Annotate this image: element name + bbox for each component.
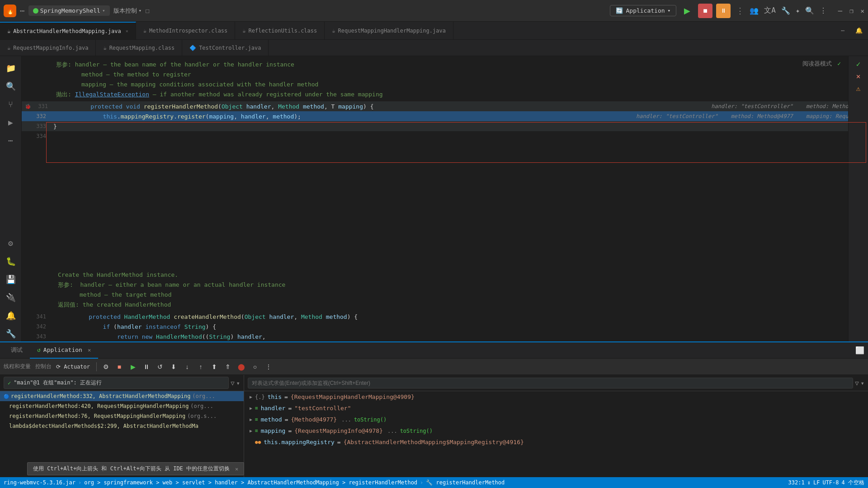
- notification-bell[interactable]: 🔔: [850, 22, 868, 39]
- debug-breakpoint-btn[interactable]: ⬤: [235, 360, 248, 373]
- expand-icon-registry[interactable]: ▶: [250, 440, 252, 445]
- var-mappingregistry[interactable]: ▶ ●● this.mappingRegistry = {AbstractHan…: [244, 436, 868, 448]
- stack-item-2[interactable]: registerHandlerMethod:76, RequestMapping…: [0, 411, 244, 421]
- var-val-registry: {AbstractHandlerMethodMapping$MappingReg…: [344, 439, 524, 445]
- version-control-btn[interactable]: 版本控制 ▾: [113, 7, 142, 15]
- tab-test-controller[interactable]: 🔷 TestController.java: [182, 40, 269, 56]
- java-icon: ☕: [7, 28, 10, 34]
- var-handler[interactable]: ▶ ≡ handler = "testController": [244, 403, 868, 414]
- status-sep-2: ›: [420, 479, 423, 486]
- reader-mode-badge[interactable]: 阅读器模式 ✓: [802, 60, 841, 68]
- var-tostring-mapping[interactable]: toString(): [400, 428, 433, 434]
- debug-tab-close[interactable]: ✕: [88, 347, 91, 353]
- expression-input[interactable]: [248, 378, 853, 389]
- var-tostring-method[interactable]: toString(): [354, 417, 387, 423]
- debug-runto-btn[interactable]: ⬆: [208, 360, 221, 373]
- debug-stepover-btn[interactable]: ⬇: [167, 360, 180, 373]
- panel-expand-icon[interactable]: ⬜: [855, 346, 864, 355]
- stack-item-0[interactable]: 🔵 registerHandlerMethod:332, AbstractHan…: [0, 391, 244, 401]
- sidebar-dots-icon[interactable]: ⋯: [3, 132, 19, 148]
- actuator-label[interactable]: ⟳ Actuator: [56, 364, 90, 370]
- people-icon[interactable]: 👥: [750, 6, 759, 15]
- code-line-343[interactable]: 343 return new HandlerMethod((String) ha…: [31, 332, 868, 341]
- sidebar-database-icon[interactable]: 💾: [3, 271, 19, 287]
- stack-item-1[interactable]: registerHandlerMethod:420, RequestMappin…: [0, 401, 244, 411]
- var-mapping[interactable]: ▶ ≡ mapping = {RequestMappingInfo@4978} …: [244, 425, 868, 436]
- code-line-334[interactable]: 334: [22, 131, 868, 141]
- stack-filter-icon[interactable]: ▽: [231, 379, 234, 387]
- refresh-icon: ↺: [37, 346, 41, 353]
- kotlin-icon: 🔷: [189, 45, 196, 51]
- tab-bar-1: ☕ AbstractHandlerMethodMapping.java ✕ ☕ …: [0, 22, 868, 40]
- debug-resume-btn[interactable]: ▶: [127, 360, 139, 373]
- minimize-btn[interactable]: —: [838, 6, 842, 15]
- wrench-icon[interactable]: 🔧: [781, 6, 790, 15]
- tab-reflection-utils[interactable]: ☕ ReflectionUtils.class: [235, 22, 325, 39]
- debug-more-btn[interactable]: ⋮: [262, 360, 275, 373]
- sidebar-plugin-icon[interactable]: 🔌: [3, 289, 19, 305]
- expand-icon-this[interactable]: ▶: [250, 394, 252, 399]
- sidebar-search-icon[interactable]: 🔍: [3, 78, 19, 94]
- sidebar-vcs-icon[interactable]: ⑂: [3, 96, 19, 112]
- status-encoding[interactable]: UTF-8: [822, 479, 839, 486]
- status-spaces[interactable]: 4 个空格: [842, 479, 864, 487]
- window-layout-btn[interactable]: ☐: [145, 6, 150, 15]
- expand-icon-mapping[interactable]: ▶: [250, 428, 252, 433]
- vars-filter-btn[interactable]: ▽: [855, 379, 859, 387]
- var-this[interactable]: ▶ {.} this = {RequestMappingHandlerMappi…: [244, 391, 868, 403]
- more-actions-btn[interactable]: ⋮: [736, 6, 744, 15]
- tab-overflow-btn[interactable]: ⋯: [835, 22, 850, 39]
- tab-request-mapping-handler[interactable]: ☕ RequestMappingHandlerMapping.java: [325, 22, 453, 39]
- stack-expand-icon[interactable]: ▾: [236, 379, 240, 387]
- var-method[interactable]: ▶ ≡ method = {Method@4977} ... toString(…: [244, 414, 868, 425]
- var-val-this: {RequestMappingHandlerMapping@4909}: [291, 393, 415, 400]
- tab-request-mapping-class[interactable]: ☕ RequestMapping.class: [96, 40, 182, 56]
- status-lf[interactable]: LF: [813, 479, 820, 486]
- run-configuration-btn[interactable]: 🔄 Application ▾: [610, 5, 676, 16]
- stack-org-1: (org...: [190, 403, 213, 409]
- sidebar-bug-icon[interactable]: 🐛: [3, 253, 19, 269]
- debug-tab-application[interactable]: ↺ Application ✕: [30, 342, 98, 359]
- tab-abstract-handler[interactable]: ☕ AbstractHandlerMethodMapping.java ✕: [0, 22, 136, 39]
- status-position[interactable]: 332:1: [788, 479, 805, 486]
- debug-tab-main[interactable]: 调试: [4, 342, 30, 359]
- sidebar-run-icon[interactable]: ▶: [3, 114, 19, 130]
- debug-stepout-btn[interactable]: ↑: [194, 360, 207, 373]
- debug-forcestep-btn[interactable]: ⇑: [222, 360, 234, 373]
- code-line-332[interactable]: 332 this.mappingRegistry.register(mappin…: [22, 111, 868, 121]
- thread-label: 线程和变量: [4, 363, 31, 370]
- sidebar-alarm-icon[interactable]: 🔔: [3, 307, 19, 323]
- debug-settings-btn[interactable]: ⚙: [99, 360, 112, 373]
- translate-icon[interactable]: 文A: [764, 6, 776, 15]
- sidebar-left: 📁 🔍 ⑂ ▶ ⋯ ⚙ 🐛 💾 🔌 🔔 🔧: [0, 56, 22, 341]
- hamburger-icon[interactable]: ⋮: [820, 6, 827, 15]
- search-icon[interactable]: 🔍: [805, 6, 814, 15]
- tab-close-icon[interactable]: ✕: [126, 28, 128, 33]
- menu-dots[interactable]: ⋯: [20, 6, 25, 15]
- stack-item-3[interactable]: lambda$detectHandlerMethods$2:299, Abstr…: [0, 421, 244, 431]
- expand-icon-method[interactable]: ▶: [250, 417, 252, 422]
- console-label[interactable]: 控制台: [35, 363, 52, 370]
- stop-button[interactable]: ■: [698, 4, 712, 18]
- close-btn[interactable]: ✕: [861, 7, 864, 14]
- tab-request-mapping-info[interactable]: ☕ RequestMappingInfo.java: [0, 40, 96, 56]
- maximize-btn[interactable]: ❐: [849, 7, 853, 14]
- gutter-warning: ⚠: [856, 84, 861, 93]
- debug-reset-btn[interactable]: ↺: [154, 360, 166, 373]
- debug-mute-btn[interactable]: ○: [249, 360, 261, 373]
- expand-icon-handler[interactable]: ▶: [250, 406, 252, 411]
- sidebar-file-icon[interactable]: 📁: [3, 60, 19, 76]
- star-icon[interactable]: ✦: [796, 6, 800, 15]
- debug-pause-btn[interactable]: ⏸: [140, 360, 153, 373]
- vars-expand-btn[interactable]: ▾: [861, 379, 864, 387]
- debug-stepinto-btn[interactable]: ↓: [181, 360, 193, 373]
- sidebar-wrench-icon[interactable]: 🔧: [3, 325, 19, 341]
- pause-button[interactable]: ⏸: [716, 4, 731, 18]
- debug-stop-btn[interactable]: ■: [113, 360, 126, 373]
- tooltip-bar: 使用 Ctrl+Alt+向上箭头 和 Ctrl+Alt+向下箭头 从 IDE 中…: [27, 462, 244, 475]
- tab-method-introspector[interactable]: ☕ MethodIntrospector.class: [136, 22, 236, 39]
- run-button[interactable]: ▶: [680, 4, 694, 18]
- project-selector[interactable]: SpringMemoryShell ▾: [28, 5, 110, 16]
- tooltip-close-btn[interactable]: ✕: [235, 466, 238, 472]
- sidebar-settings-icon[interactable]: ⚙: [3, 235, 19, 251]
